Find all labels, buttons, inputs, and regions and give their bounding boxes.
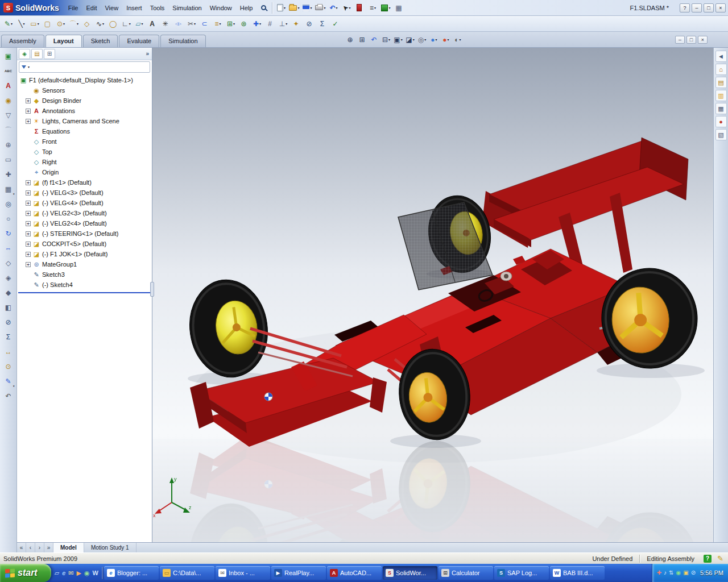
convert-entities-button[interactable]: ⊂	[198, 18, 211, 30]
pan-button[interactable]: ⇔	[2, 242, 15, 255]
graphics-viewport[interactable]: x y z	[152, 48, 713, 542]
design-library-button[interactable]: ▦	[392, 2, 405, 14]
rectangle-tool-button[interactable]: ▭ ▾	[28, 18, 41, 30]
undo-button[interactable]: ↶ ▾	[327, 2, 340, 14]
weld-symbol-button[interactable]: ⌒	[2, 123, 15, 137]
expand-toggle[interactable]	[26, 129, 31, 134]
volume-tray-icon[interactable]: ♪	[664, 570, 667, 576]
center-mark-button[interactable]: ✚	[2, 168, 15, 181]
task-blogger[interactable]: e Blogger: ...	[104, 566, 159, 580]
doc-minimize-button[interactable]: –	[675, 36, 685, 44]
window-menu[interactable]: Window	[206, 2, 236, 14]
tree-item-cockpit[interactable]: + ◪ COCKPIT<5> (Default)	[17, 239, 152, 249]
safely-remove-tray-icon[interactable]: ⊘	[691, 570, 696, 576]
tree-item-top-plane[interactable]: ◇ Top	[17, 147, 152, 157]
expand-toggle[interactable]	[26, 88, 31, 93]
expand-toggle[interactable]: +	[26, 211, 31, 216]
expand-toggle[interactable]	[26, 160, 31, 165]
tree-item-lights-cameras[interactable]: + ☀ Lights, Cameras and Scene	[17, 116, 152, 126]
mirror-tool-button[interactable]: ◁▷	[172, 18, 185, 30]
tree-item-front-plane[interactable]: ◇ Front	[17, 136, 152, 147]
apply-scene-button[interactable]: ● ▾	[440, 34, 452, 45]
tab-motion-study-1[interactable]: Motion Study 1	[84, 543, 136, 552]
arc-tool-button[interactable]: ⌒ ▾	[68, 18, 80, 30]
tree-item-mategroup1[interactable]: + ⊚ MateGroup1	[17, 259, 152, 269]
design-library-pane-button[interactable]: ▤	[715, 77, 727, 88]
expand-toggle[interactable]: +	[26, 119, 31, 124]
expand-toggle[interactable]: +	[26, 221, 31, 226]
tree-item-steering[interactable]: + ◪ (-) STEERING<1> (Default)	[17, 228, 152, 239]
zoom-to-area-button[interactable]: ⊞	[357, 34, 368, 45]
hidden-lines-button[interactable]: ◈	[2, 271, 15, 285]
word-quick-icon[interactable]: W	[93, 570, 98, 576]
show-desktop-icon[interactable]: ▱	[55, 570, 59, 576]
select-button[interactable]: ➤ ▾	[340, 2, 353, 14]
surface-finish-button[interactable]: ▽	[2, 109, 15, 122]
expand-toggle[interactable]	[26, 170, 31, 175]
trim-tool-button[interactable]: ✂ ▾	[185, 18, 198, 30]
wireframe-button[interactable]: ◇	[2, 256, 15, 270]
circle-tool-button[interactable]: ⊙ ▾	[55, 18, 67, 30]
expand-toggle[interactable]: +	[26, 231, 31, 236]
note-button[interactable]: ABC	[2, 64, 15, 78]
tab-layout[interactable]: Layout	[46, 35, 82, 47]
measure-tool-button[interactable]: ⊘	[303, 18, 316, 30]
tree-root-item[interactable]: ▣ F1 (default<default_Display State-1>)	[17, 75, 152, 85]
configurationmanager-tab[interactable]: ⊞	[44, 49, 55, 59]
tools-menu[interactable]: Tools	[146, 2, 169, 14]
options-button[interactable]: ≡ ▾	[366, 2, 379, 14]
task-inbox[interactable]: ✉ Inbox - ...	[216, 566, 270, 580]
check-sketch-button[interactable]: ✓	[329, 18, 342, 30]
search-button[interactable]	[257, 2, 270, 14]
print-button[interactable]: ▾	[314, 2, 326, 14]
tree-item-sketch4[interactable]: ✎ (-) Sketch4	[17, 280, 152, 290]
move-entities-button[interactable]: ✚ ▾	[251, 18, 263, 30]
file-menu[interactable]: File	[64, 2, 82, 14]
section-view-side-button[interactable]: ◧	[2, 301, 15, 314]
mass-properties-side-button[interactable]: Σ	[2, 330, 15, 344]
offset-entities-button[interactable]: ≡ ▾	[212, 18, 224, 30]
task-realplayer[interactable]: ▶ RealPlay...	[271, 566, 326, 580]
fillet-tool-button[interactable]: ∟ ▾	[120, 18, 133, 30]
tab-evaluate[interactable]: Evaluate	[119, 35, 159, 47]
expand-toggle[interactable]: +	[26, 98, 31, 103]
zoom-to-fit-button[interactable]: ⊕	[345, 34, 356, 45]
section-view-button[interactable]: ⊟ ▾	[380, 34, 392, 45]
file-explorer-button[interactable]: ▥	[715, 90, 727, 101]
rollback-bar[interactable]	[18, 292, 151, 293]
display-grid-button[interactable]: #	[264, 18, 276, 30]
linear-pattern-button[interactable]: ⊞ ▾	[225, 18, 237, 30]
scroll-prev-button[interactable]: ‹	[26, 543, 35, 552]
tab-sketch[interactable]: Sketch	[83, 35, 118, 47]
edit-sketch-button[interactable]: ✎ ▾	[2, 18, 15, 30]
open-document-button[interactable]: ▾	[288, 2, 300, 14]
previous-view-button[interactable]: ↶	[369, 34, 380, 45]
update-tray-icon[interactable]: ▣	[683, 570, 688, 576]
insert-menu[interactable]: Insert	[122, 2, 146, 14]
minimize-button[interactable]: –	[692, 3, 702, 13]
new-document-button[interactable]: ▾	[275, 2, 287, 14]
tree-item-equations[interactable]: Σ Equations	[17, 126, 152, 136]
plane-tool-button[interactable]: ▱ ▾	[133, 18, 146, 30]
rapid-sketch-button[interactable]: ✦	[290, 18, 303, 30]
zoom-in-out-button[interactable]: ◎	[2, 197, 15, 211]
expand-toggle[interactable]	[26, 149, 31, 155]
tab-simulation[interactable]: Simulation	[160, 35, 205, 47]
tree-item-sensors[interactable]: ◉ Sensors	[17, 85, 152, 95]
propertymanager-tab[interactable]: ▤	[31, 49, 43, 59]
edit-menu[interactable]: Edit	[82, 2, 101, 14]
hide-show-items-button[interactable]: ◎ ▾	[416, 34, 428, 45]
expand-toggle[interactable]: +	[26, 262, 31, 267]
expand-toggle[interactable]: +	[26, 242, 31, 247]
task-explorer-data[interactable]: ▭ C:\Data\...	[160, 566, 214, 580]
tree-item-annotations[interactable]: + A Annotations	[17, 106, 152, 116]
dimension-button[interactable]: ↔	[2, 345, 15, 359]
circular-pattern-button[interactable]: ⊛	[238, 18, 250, 30]
panel-overflow-chevron[interactable]: »	[146, 51, 150, 57]
messenger-icon[interactable]: ◉	[84, 570, 90, 576]
tree-item-velg3[interactable]: + ◪ (-) VELG<3> (Default)	[17, 188, 152, 198]
text-tool-button[interactable]: A	[146, 18, 159, 30]
view-cube-button[interactable]: ▣	[2, 49, 15, 63]
display-style-button[interactable]: ◪ ▾	[404, 34, 416, 45]
geometric-tolerance-button[interactable]: ⊕	[2, 138, 15, 152]
